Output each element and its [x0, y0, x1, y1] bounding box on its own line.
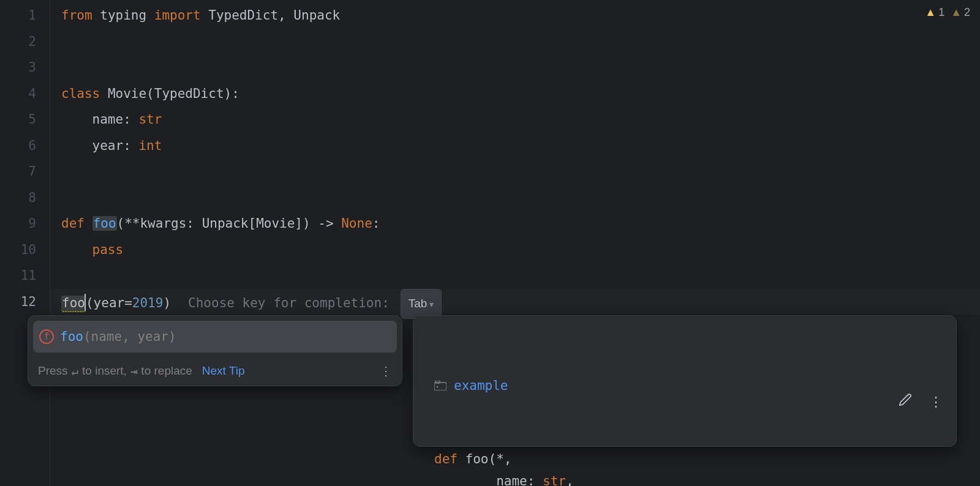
type-arg: Movie: [256, 216, 295, 231]
code-line[interactable]: [50, 54, 980, 81]
code-line[interactable]: from typing import TypedDict, Unpack: [50, 2, 980, 29]
module-name: typing: [100, 8, 146, 23]
punct: ]) ->: [295, 216, 341, 231]
return-type: None: [341, 216, 372, 231]
doc-signature: def foo(*, name: str, year: int) -> None: [434, 448, 938, 486]
code-line[interactable]: class Movie(TypedDict):: [50, 81, 980, 107]
doc-actions: ⋮: [852, 369, 943, 435]
line-number[interactable]: 3: [0, 54, 50, 81]
inlay-hint: Choose key for completion:: [188, 296, 390, 310]
completion-item[interactable]: f foo(name, year): [33, 321, 397, 353]
number-literal: 2019: [132, 296, 164, 310]
tab-key-icon: ⇥: [130, 364, 137, 378]
hint-text: to replace: [141, 364, 192, 378]
punct: =: [124, 296, 132, 310]
function-name: foo: [92, 216, 117, 231]
keyword: class: [61, 86, 100, 101]
module-icon: [434, 381, 447, 391]
code-line[interactable]: pass: [50, 237, 980, 263]
code-line[interactable]: name: str: [50, 107, 980, 133]
line-number[interactable]: 1: [0, 2, 50, 29]
attr-name: name: [92, 112, 124, 127]
punct: :: [123, 112, 138, 127]
type: int: [138, 138, 162, 153]
chevron-down-icon: ▾: [429, 299, 434, 309]
keyword: def: [61, 216, 85, 231]
code-line[interactable]: year: int: [50, 133, 980, 159]
line-number[interactable]: 7: [0, 159, 50, 185]
annotation: Unpack: [202, 216, 249, 231]
code-line[interactable]: [50, 159, 980, 185]
line-number[interactable]: 2: [0, 29, 50, 55]
attr-name: year: [92, 138, 124, 153]
documentation-popup[interactable]: example def foo(*, name: str, year: int)…: [413, 315, 957, 447]
punct: :: [123, 138, 138, 153]
completion-key-chip[interactable]: Tab▾: [401, 289, 442, 320]
more-options-icon[interactable]: ⋮: [380, 364, 393, 378]
more-options-icon[interactable]: ⋮: [929, 391, 943, 413]
punct: ): [163, 296, 171, 310]
edit-icon[interactable]: [852, 369, 912, 435]
warning-icon: ▲: [925, 6, 936, 19]
line-number[interactable]: 11: [0, 263, 50, 289]
class-name: Movie: [108, 86, 146, 101]
doc-module-name[interactable]: example: [454, 375, 508, 397]
line-number[interactable]: 6: [0, 133, 50, 159]
punct: (**: [117, 216, 140, 231]
punct: [: [248, 216, 256, 231]
enter-key-icon: ↵: [72, 364, 78, 378]
import-names: TypedDict, Unpack: [208, 8, 340, 23]
svg-rect-0: [434, 383, 447, 391]
line-number[interactable]: 5: [0, 107, 50, 133]
line-number[interactable]: 4: [0, 81, 50, 107]
warning-weak[interactable]: ▲ 2: [951, 6, 970, 19]
warning-strong[interactable]: ▲ 1: [925, 6, 944, 19]
punct: :: [372, 216, 380, 231]
function-call: foo: [61, 296, 86, 312]
line-number[interactable]: 12: [0, 289, 50, 315]
completion-popup[interactable]: f foo(name, year) Press ↵ to insert, ⇥ t…: [28, 315, 402, 386]
hint-text: to insert,: [82, 364, 127, 378]
code-line[interactable]: [50, 185, 980, 211]
type: str: [138, 112, 162, 127]
inspection-widget[interactable]: ▲ 1 ▲ 2: [925, 6, 970, 19]
punct: (: [86, 296, 94, 310]
code-line-active[interactable]: foo(year=2019)Choose key for completion:…: [50, 289, 980, 315]
kwarg-name: year: [94, 296, 125, 310]
punct: :: [186, 216, 202, 231]
keyword: from: [61, 8, 92, 23]
completion-fn: foo: [60, 329, 83, 344]
code-line[interactable]: def foo(**kwargs: Unpack[Movie]) -> None…: [50, 211, 980, 237]
code-line[interactable]: [50, 29, 980, 55]
function-icon: f: [39, 329, 54, 344]
indent: [61, 138, 92, 153]
indent: [61, 112, 92, 127]
punct: ):: [224, 86, 239, 101]
line-number[interactable]: 10: [0, 237, 50, 263]
completion-hint: Press ↵ to insert, ⇥ to replace Next Tip…: [28, 357, 402, 386]
base-class: TypedDict: [154, 86, 224, 101]
line-number[interactable]: 9: [0, 211, 50, 237]
warning-icon: ▲: [951, 6, 962, 19]
next-tip-link[interactable]: Next Tip: [202, 364, 245, 378]
indent: [61, 242, 92, 257]
gutter: 1 2 3 4 5 6 7 8 9 10 11 12: [0, 0, 50, 486]
hint-text: Press: [38, 364, 68, 378]
code-line[interactable]: [50, 263, 980, 289]
svg-rect-1: [435, 381, 440, 383]
chip-label: Tab: [409, 297, 428, 310]
keyword: pass: [92, 242, 124, 257]
line-number[interactable]: 8: [0, 185, 50, 211]
param: kwargs: [140, 216, 186, 231]
warning-count: 2: [964, 6, 970, 19]
completion-params: (name, year): [83, 329, 176, 344]
keyword: import: [154, 8, 201, 23]
svg-point-2: [437, 386, 438, 387]
completion-item-text: foo(name, year): [60, 329, 176, 344]
warning-count: 1: [938, 6, 944, 19]
